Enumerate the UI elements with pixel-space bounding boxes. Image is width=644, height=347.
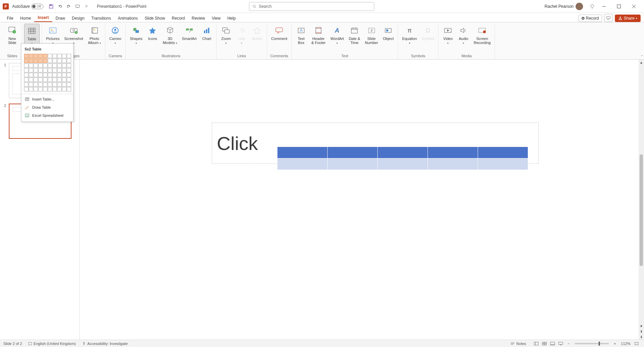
- excel-spreadsheet-item[interactable]: XExcel Spreadsheet: [21, 111, 73, 120]
- grid-cell[interactable]: [53, 87, 57, 91]
- grid-cell[interactable]: [53, 73, 57, 77]
- grid-cell[interactable]: [48, 87, 52, 91]
- minimize-button[interactable]: [597, 2, 611, 11]
- tab-draw[interactable]: Draw: [52, 15, 68, 22]
- grid-cell[interactable]: [67, 73, 71, 77]
- close-button[interactable]: [626, 2, 641, 11]
- grid-cell[interactable]: [62, 63, 66, 68]
- vertical-scrollbar[interactable]: ▲ ▼ ⬆ ⬇: [639, 60, 644, 340]
- grid-cell[interactable]: [24, 54, 28, 58]
- grid-cell[interactable]: [48, 54, 52, 58]
- grid-cell[interactable]: [29, 82, 33, 87]
- date-time-button[interactable]: Date & Time: [347, 24, 362, 46]
- grid-cell[interactable]: [38, 54, 43, 58]
- save-button[interactable]: [47, 3, 55, 10]
- slide-indicator[interactable]: Slide 2 of 2: [3, 342, 22, 346]
- grid-cell[interactable]: [57, 63, 62, 68]
- grid-cell[interactable]: [48, 59, 52, 63]
- grid-cell[interactable]: [53, 68, 57, 72]
- notes-button[interactable]: Notes: [510, 342, 526, 346]
- grid-cell[interactable]: [67, 63, 71, 68]
- cameo-button[interactable]: Cameo▾: [107, 24, 123, 46]
- grid-cell[interactable]: [38, 68, 43, 72]
- grid-cell[interactable]: [29, 63, 33, 68]
- grid-cell[interactable]: [48, 63, 52, 68]
- grid-cell[interactable]: [34, 82, 38, 87]
- language-indicator[interactable]: English (United Kingdom): [28, 342, 76, 346]
- grid-cell[interactable]: [43, 73, 47, 77]
- comment-button[interactable]: Comment: [269, 24, 289, 42]
- tab-home[interactable]: Home: [17, 15, 34, 22]
- zoom-level[interactable]: 112%: [621, 342, 630, 346]
- grid-cell[interactable]: [24, 63, 28, 68]
- qat-more-button[interactable]: [83, 3, 90, 10]
- ribbon-collapse-button[interactable]: ˅: [641, 55, 643, 59]
- grid-cell[interactable]: [34, 87, 38, 91]
- grid-cell[interactable]: [29, 78, 33, 82]
- redo-button[interactable]: [65, 3, 72, 10]
- grid-cell[interactable]: [43, 59, 47, 63]
- text-box-button[interactable]: AText Box: [294, 24, 309, 46]
- grid-cell[interactable]: [57, 82, 62, 87]
- pictures-button[interactable]: Pictures▾: [44, 24, 62, 46]
- grid-cell[interactable]: [43, 87, 47, 91]
- header-footer-button[interactable]: Header & Footer: [309, 24, 328, 46]
- icons-button[interactable]: Icons: [145, 24, 160, 42]
- grid-cell[interactable]: [53, 82, 57, 87]
- grid-cell[interactable]: [62, 68, 66, 72]
- zoom-slider[interactable]: [575, 343, 609, 344]
- grid-cell[interactable]: [38, 87, 43, 91]
- tab-file[interactable]: File: [3, 15, 17, 22]
- grid-cell[interactable]: [57, 68, 62, 72]
- grid-cell[interactable]: [24, 59, 28, 63]
- maximize-button[interactable]: [611, 2, 626, 11]
- slideshow-view-button[interactable]: [557, 341, 564, 347]
- zoom-button[interactable]: Zoom▾: [219, 24, 233, 46]
- grid-cell[interactable]: [62, 82, 66, 87]
- tab-design[interactable]: Design: [68, 15, 88, 22]
- grid-cell[interactable]: [53, 63, 57, 68]
- present-button[interactable]: [74, 3, 81, 10]
- audio-button[interactable]: Audio▾: [456, 24, 471, 46]
- grid-cell[interactable]: [48, 78, 52, 82]
- tab-insert[interactable]: Insert: [34, 14, 52, 22]
- grid-cell[interactable]: [62, 73, 66, 77]
- grid-cell[interactable]: [62, 54, 66, 58]
- grid-cell[interactable]: [29, 68, 33, 72]
- grid-cell[interactable]: [29, 59, 33, 63]
- accessibility-indicator[interactable]: Accessibility: Investigate: [82, 342, 128, 346]
- grid-cell[interactable]: [38, 63, 43, 68]
- grid-cell[interactable]: [34, 63, 38, 68]
- record-button[interactable]: Record: [579, 15, 602, 22]
- grid-cell[interactable]: [67, 54, 71, 58]
- tab-animations[interactable]: Animations: [115, 15, 141, 22]
- grid-cell[interactable]: [24, 68, 28, 72]
- grid-cell[interactable]: [57, 87, 62, 91]
- new-slide-button[interactable]: + New Slide: [5, 24, 20, 46]
- object-button[interactable]: Object: [381, 24, 396, 42]
- grid-cell[interactable]: [24, 73, 28, 77]
- grid-cell[interactable]: [43, 82, 47, 87]
- tab-record[interactable]: Record: [168, 15, 188, 22]
- wordart-button[interactable]: AWordArt▾: [328, 24, 346, 46]
- grid-cell[interactable]: [53, 59, 57, 63]
- scroll-down-arrow[interactable]: ▼: [639, 323, 644, 329]
- grid-cell[interactable]: [43, 63, 47, 68]
- grid-cell[interactable]: [57, 59, 62, 63]
- grid-cell[interactable]: [24, 82, 28, 87]
- autosave-toggle[interactable]: Off: [31, 4, 43, 9]
- zoom-in-button[interactable]: +: [611, 341, 619, 347]
- grid-cell[interactable]: [29, 54, 33, 58]
- avatar[interactable]: [576, 3, 583, 10]
- search-input[interactable]: Search: [249, 2, 374, 11]
- reading-view-button[interactable]: [549, 341, 556, 347]
- diamond-icon[interactable]: [588, 3, 596, 10]
- grid-cell[interactable]: [57, 78, 62, 82]
- grid-cell[interactable]: [67, 82, 71, 87]
- grid-cell[interactable]: [34, 54, 38, 58]
- prev-slide-arrow[interactable]: ⬆: [639, 329, 644, 334]
- video-button[interactable]: Video▾: [440, 24, 455, 46]
- grid-cell[interactable]: [38, 82, 43, 87]
- tab-help[interactable]: Help: [224, 15, 239, 22]
- grid-cell[interactable]: [67, 59, 71, 63]
